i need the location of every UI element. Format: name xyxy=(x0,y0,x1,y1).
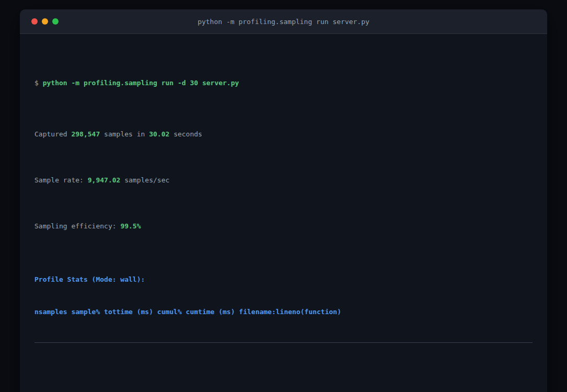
window-titlebar: python -m profiling.sampling run server.… xyxy=(20,9,547,34)
shell-prompt: $ xyxy=(34,79,43,87)
profile-table: 12847/892344.31284.70029.98923.400server… xyxy=(34,382,533,392)
terminal-output[interactable]: $ python -m profiling.sampling run -d 30… xyxy=(20,34,547,392)
samples-count: 298,547 xyxy=(71,130,100,138)
sample-rate-line: Sample rate: 9,947.02 samples/sec xyxy=(34,175,533,186)
terminal-window: python -m profiling.sampling run server.… xyxy=(20,9,547,392)
window-title: python -m profiling.sampling run server.… xyxy=(20,18,547,26)
command-text: python -m profiling.sampling run -d 30 s… xyxy=(43,79,239,87)
profile-columns-header: nsamples sample% tottime (ms) cumul% cum… xyxy=(34,307,533,317)
efficiency-line: Sampling efficiency: 99.5% xyxy=(34,221,533,232)
rate-value: 9,947.02 xyxy=(88,176,121,184)
captured-line: Captured 298,547 samples in 30.02 second… xyxy=(34,129,533,140)
traffic-lights xyxy=(31,18,59,25)
table-divider xyxy=(34,342,533,343)
efficiency-value: 99.5% xyxy=(120,222,141,230)
duration-seconds: 30.02 xyxy=(149,130,169,138)
maximize-button[interactable] xyxy=(52,18,59,25)
command-line: $ python -m profiling.sampling run -d 30… xyxy=(34,78,533,88)
profile-stats-heading: Profile Stats (Mode: wall): xyxy=(34,274,533,285)
minimize-button[interactable] xyxy=(42,18,48,25)
close-button[interactable] xyxy=(31,18,38,25)
